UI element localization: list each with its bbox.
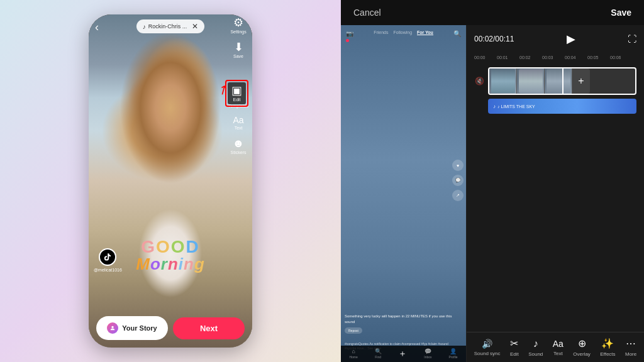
text-toolbar-label: Text	[553, 351, 563, 356]
save-icon: ⬇	[234, 41, 243, 53]
find-label: Find	[375, 355, 381, 359]
phone-bottom-buttons: Your Story Next	[89, 316, 252, 340]
mini-video-bg	[341, 25, 466, 362]
time-display: 00:02/00:11	[474, 35, 514, 43]
letter-o1: O	[156, 237, 171, 256]
edit-toolbar-label: Edit	[510, 351, 519, 357]
right-content: Friends Following For You 🔍 📷 ♥ 💬 ↗ Some…	[341, 25, 644, 362]
timeline-tracks: 🔇 +	[467, 62, 644, 332]
edit-scissors-icon: ✂	[510, 337, 518, 349]
save-label: Save	[233, 54, 243, 58]
letter-n2: n	[184, 255, 194, 273]
text-icon: Aa	[233, 116, 243, 124]
find-nav-item[interactable]: 🔍 Find	[375, 348, 382, 359]
cancel-button[interactable]: Cancel	[353, 8, 381, 18]
effects-icon: ✨	[601, 337, 614, 349]
mini-tiktok-preview: Friends Following For You 🔍 📷 ♥ 💬 ↗ Some…	[341, 25, 466, 362]
home-nav-item[interactable]: ⌂ Home	[349, 348, 357, 359]
timeline-area: 00:02/00:11 ▶ ⛶ 00:00 00:01 00:02 00:03 …	[467, 25, 644, 362]
next-button[interactable]: Next	[173, 317, 245, 339]
home-icon: ⌂	[352, 348, 355, 354]
cat-background	[89, 14, 252, 348]
play-icon: ▶	[567, 32, 575, 46]
close-music-icon[interactable]: ✕	[192, 22, 198, 31]
playhead	[562, 69, 564, 94]
left-panel: ‹ ♪ Rockin-Chris ... ✕ ⚙ Settings ⬇ Save	[0, 0, 341, 362]
text-item[interactable]: Aa Text	[553, 339, 564, 356]
mini-bottom-nav: ⌂ Home 🔍 Find ＋ 💬 Inbox 👤	[341, 346, 466, 362]
stickers-tool[interactable]: ☻ Stickers	[231, 138, 247, 155]
sound-label: Sound	[528, 351, 543, 357]
overlay-icon: ⊕	[578, 337, 586, 349]
home-label: Home	[349, 355, 357, 359]
audio-track-text: ♪ LIMITS THE SKY	[497, 104, 535, 109]
add-clip-button[interactable]: +	[572, 69, 590, 94]
sound-sync-item[interactable]: 🔊 Sound sync	[474, 339, 501, 356]
letter-m: M	[136, 255, 150, 273]
text-tool[interactable]: Aa Text	[233, 116, 243, 130]
edit-icon: ▣	[231, 85, 242, 96]
timeline-ruler: 00:00 00:01 00:02 00:03 00:04 00:05 00:0…	[467, 53, 644, 62]
profile-icon: 👤	[450, 348, 457, 354]
mini-right-actions: ♥ 💬 ↗	[452, 160, 464, 201]
mini-timestamp	[346, 39, 349, 43]
overlay-text: Something very lucky will happen in 22 M…	[345, 314, 462, 324]
tiktok-username: @melicat1016	[94, 268, 122, 272]
share-action[interactable]: ↗	[452, 190, 464, 201]
repost-tag[interactable]: Repost	[345, 327, 362, 334]
save-tool[interactable]: ⬇ Save	[233, 41, 243, 58]
svg-point-0	[112, 326, 114, 328]
phone-container: ‹ ♪ Rockin-Chris ... ✕ ⚙ Settings ⬇ Save	[89, 14, 252, 348]
friends-tab[interactable]: Friends	[374, 30, 388, 35]
good-morning-overlay: GOOD Morning	[136, 238, 205, 272]
video-thumb-3	[545, 69, 572, 94]
letter-o3: o	[150, 255, 161, 273]
add-nav-item[interactable]: ＋	[398, 348, 407, 359]
inbox-nav-item[interactable]: 💬 Inbox	[424, 348, 431, 359]
phone-screen: ‹ ♪ Rockin-Chris ... ✕ ⚙ Settings ⬇ Save	[89, 14, 252, 348]
search-icon[interactable]: 🔍	[453, 30, 461, 37]
for-you-tab[interactable]: For You	[417, 30, 433, 35]
audio-track[interactable]: ♪ ♪ LIMITS THE SKY	[488, 99, 636, 114]
effects-item[interactable]: ✨ Effects	[600, 337, 615, 357]
your-story-label: Your Story	[122, 324, 157, 332]
settings-label: Settings	[230, 30, 246, 34]
tick-1: 00:01	[497, 55, 519, 60]
repost-label: Repost	[348, 329, 358, 332]
phone-right-tools: ⚙ Settings ⬇ Save ▣ Edit ✦ Templates	[228, 17, 248, 155]
like-action[interactable]: ♥	[452, 160, 464, 171]
tiktok-avatar	[99, 248, 116, 266]
video-thumb-2	[517, 69, 545, 94]
your-story-button[interactable]: Your Story	[96, 316, 168, 340]
letter-g: G	[141, 237, 156, 256]
tick-0: 00:00	[474, 55, 497, 60]
following-tab[interactable]: Following	[393, 30, 412, 35]
profile-nav-item[interactable]: 👤 Profile	[448, 348, 457, 359]
audio-note-icon: ♪	[493, 104, 496, 109]
comment-action[interactable]: 💬	[452, 175, 464, 186]
more-label: More	[625, 351, 636, 357]
letter-g2: g	[194, 255, 205, 273]
overlay-item[interactable]: ⊕ Overlay	[573, 337, 591, 357]
tiktok-logo-area: @melicat1016	[94, 248, 122, 272]
bottom-toolbar: 🔊 Sound sync ✂ Edit ♪ Sound Aa Text ⊕	[467, 332, 644, 362]
overlay-text-content: Something very lucky will happen in 22 M…	[345, 314, 452, 323]
tick-6: 00:06	[610, 55, 633, 60]
right-panel: Cancel Save Friends Following For You 🔍 …	[341, 0, 644, 362]
settings-icon: ⚙	[233, 17, 243, 28]
more-item[interactable]: ⋯ More	[625, 337, 636, 357]
settings-tool[interactable]: ⚙ Settings	[230, 17, 246, 34]
save-button[interactable]: Save	[611, 8, 631, 18]
fullscreen-icon[interactable]: ⛶	[628, 34, 636, 44]
edit-item[interactable]: ✂ Edit	[510, 337, 519, 357]
music-pill[interactable]: ♪ Rockin-Chris ... ✕	[136, 19, 205, 33]
play-button[interactable]: ▶	[562, 30, 580, 48]
volume-icon[interactable]: 🔇	[474, 77, 484, 85]
stickers-label: Stickers	[231, 150, 247, 155]
sound-item[interactable]: ♪ Sound	[528, 338, 543, 357]
letter-r: r	[161, 255, 168, 273]
tick-2: 00:02	[519, 55, 542, 60]
letter-o2: O	[171, 237, 186, 256]
video-track[interactable]: +	[488, 67, 636, 95]
stickers-icon: ☻	[233, 138, 245, 149]
